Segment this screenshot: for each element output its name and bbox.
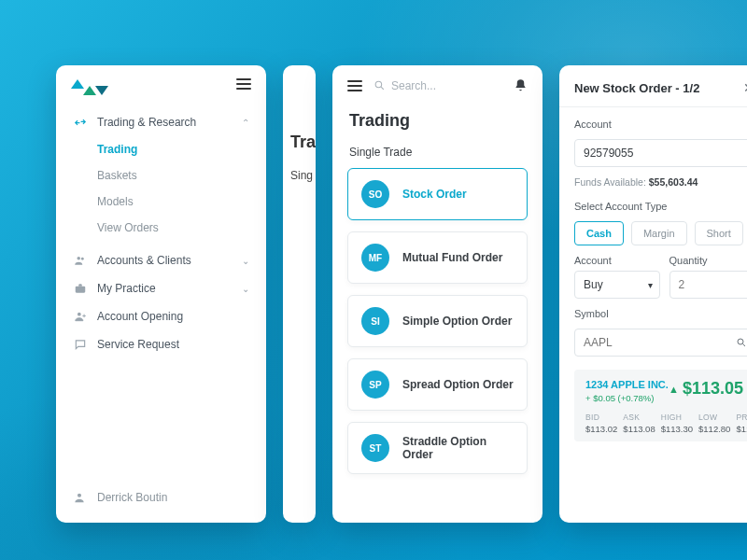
nav-sub-view-orders[interactable]: View Orders bbox=[97, 215, 266, 241]
quote-bid: BID$113.02 bbox=[585, 413, 617, 434]
qty-label: Quantity bbox=[669, 255, 748, 266]
trade-label: Mutual Fund Order bbox=[402, 251, 502, 264]
search-placeholder: Search... bbox=[391, 79, 436, 92]
qty-input[interactable] bbox=[669, 271, 748, 299]
nav-item-accounts-clients[interactable]: Accounts & Clients ⌄ bbox=[56, 246, 266, 274]
quote-low: LOW$112.80 bbox=[698, 413, 730, 434]
user-icon bbox=[73, 491, 88, 504]
app-logo bbox=[71, 79, 114, 89]
nav-item-trading-research[interactable]: Trading & Research ⌃ bbox=[56, 108, 266, 136]
svg-point-1 bbox=[81, 258, 84, 260]
svg-point-5 bbox=[375, 81, 382, 88]
chevron-down-icon: ⌄ bbox=[242, 284, 249, 294]
type-short-button[interactable]: Short bbox=[695, 221, 743, 245]
quote-high: HIGH$113.30 bbox=[661, 413, 693, 434]
nav-user[interactable]: Derrick Boutin bbox=[56, 478, 266, 523]
trade-item-si[interactable]: SISimple Option Order bbox=[347, 295, 528, 347]
arrows-icon bbox=[73, 116, 88, 129]
chevron-down-icon: ⌄ bbox=[242, 256, 249, 266]
symbol-input[interactable] bbox=[574, 329, 747, 357]
quote-panel: 1234 APPLE INC. + $0.05 (+0.78%) ▲ $113.… bbox=[574, 370, 747, 441]
briefcase-icon bbox=[73, 282, 88, 295]
page-title: Trading bbox=[332, 105, 543, 133]
caret-up-icon: ▲ bbox=[669, 384, 679, 395]
trade-badge: ST bbox=[361, 434, 389, 462]
section-subtitle: Single Trade bbox=[332, 133, 543, 168]
chevron-up-icon: ⌃ bbox=[242, 118, 249, 128]
search-icon[interactable] bbox=[736, 337, 747, 348]
nav-item-my-practice[interactable]: My Practice ⌄ bbox=[56, 274, 266, 302]
trade-label: Stock Order bbox=[402, 188, 467, 201]
chat-icon bbox=[73, 338, 88, 351]
svg-point-3 bbox=[78, 313, 81, 316]
svg-rect-2 bbox=[76, 287, 86, 293]
trade-badge: SI bbox=[361, 307, 389, 335]
nav-item-account-opening[interactable]: Account Opening bbox=[56, 302, 266, 330]
person-plus-icon bbox=[73, 310, 88, 323]
nav-user-name: Derrick Boutin bbox=[97, 491, 167, 504]
type-cash-button[interactable]: Cash bbox=[574, 221, 624, 245]
trade-item-st[interactable]: STStraddle Option Order bbox=[347, 422, 528, 474]
svg-point-6 bbox=[738, 339, 743, 344]
search-icon bbox=[374, 79, 386, 91]
nav-sub-baskets[interactable]: Baskets bbox=[97, 162, 266, 189]
nav-label: Account Opening bbox=[97, 310, 183, 323]
trade-badge: SP bbox=[361, 371, 389, 399]
quote-name: 1234 APPLE INC. bbox=[585, 379, 669, 390]
order-form-card: New Stock Order - 1/2 ✕ Account Funds Av… bbox=[559, 65, 747, 523]
peek-title: Tra bbox=[283, 95, 316, 152]
account-type-label: Select Account Type bbox=[574, 201, 747, 212]
nav-drawer: Trading & Research ⌃ Trading Baskets Mod… bbox=[56, 65, 266, 523]
peek-subtitle: Sing bbox=[283, 152, 316, 182]
menu-icon[interactable] bbox=[347, 80, 362, 91]
trade-badge: SO bbox=[361, 180, 389, 208]
nav-label: Accounts & Clients bbox=[97, 254, 191, 267]
trade-item-sp[interactable]: SPSpread Option Order bbox=[347, 358, 528, 411]
quote-price: ▲ $113.05 bbox=[669, 379, 743, 399]
close-icon[interactable]: ✕ bbox=[743, 80, 747, 95]
side-select[interactable] bbox=[574, 271, 660, 299]
card-behind-peek: Tra Sing bbox=[283, 65, 316, 523]
nav-item-service-request[interactable]: Service Request bbox=[56, 330, 266, 358]
bell-icon[interactable] bbox=[514, 78, 528, 92]
quote-ask: ASK$113.08 bbox=[623, 413, 655, 434]
account-input[interactable] bbox=[574, 139, 747, 167]
nav-sub-models[interactable]: Models bbox=[97, 189, 266, 215]
form-title: New Stock Order - 1/2 bbox=[574, 81, 699, 95]
nav-sub-trading[interactable]: Trading bbox=[97, 136, 266, 162]
trade-label: Spread Option Order bbox=[402, 378, 514, 391]
trade-item-mf[interactable]: MFMutual Fund Order bbox=[347, 231, 528, 284]
trading-card: Search... Trading Single Trade SOStock O… bbox=[332, 65, 543, 523]
menu-icon[interactable] bbox=[236, 78, 251, 90]
trade-label: Straddle Option Order bbox=[402, 435, 514, 461]
svg-point-0 bbox=[78, 257, 81, 260]
account-label: Account bbox=[574, 119, 747, 130]
type-margin-button[interactable]: Margin bbox=[631, 221, 687, 245]
nav-label: Service Request bbox=[97, 338, 179, 351]
symbol-label: Symbol bbox=[574, 308, 747, 319]
trade-item-so[interactable]: SOStock Order bbox=[347, 168, 528, 220]
people-icon bbox=[73, 254, 88, 267]
trade-badge: MF bbox=[361, 244, 389, 272]
funds-available: Funds Available: $55,603.44 bbox=[574, 176, 747, 188]
search-input[interactable]: Search... bbox=[374, 79, 502, 92]
nav-label: My Practice bbox=[97, 282, 156, 295]
nav-label: Trading & Research bbox=[97, 116, 196, 129]
trade-label: Simple Option Order bbox=[402, 315, 512, 328]
quote-prev: PREV$112.88 bbox=[736, 413, 747, 434]
side-label: Account bbox=[574, 255, 660, 266]
quote-change: + $0.05 (+0.78%) bbox=[585, 393, 669, 403]
svg-point-4 bbox=[78, 494, 81, 497]
